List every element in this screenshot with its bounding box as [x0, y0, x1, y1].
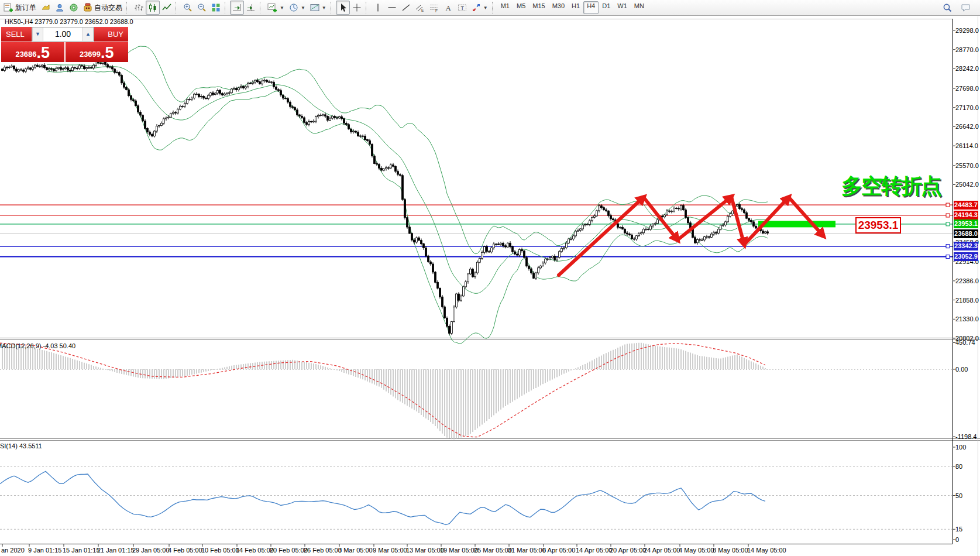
signals-button[interactable]	[67, 1, 81, 15]
line-chart-icon	[162, 3, 171, 12]
bar-chart-icon	[134, 3, 143, 12]
buy-button[interactable]: BUY	[94, 27, 128, 42]
chart-window[interactable]: 29298.028770.028242.027698.027170.026642…	[0, 16, 980, 556]
toolbar-separator	[225, 2, 228, 13]
line-chart-button[interactable]	[160, 1, 174, 15]
trendline-button[interactable]	[399, 1, 413, 15]
market-watch-icon	[55, 3, 64, 12]
templates-button[interactable]: ▼	[308, 1, 329, 15]
templates-icon	[310, 3, 319, 12]
toolbar: 新订单自动交易▼▼▼EFAT▼M1M5M15M30H1H4D1W1MN	[0, 0, 980, 16]
crosshair-button[interactable]	[350, 1, 364, 15]
text-label-icon: T	[458, 3, 467, 12]
timeframe-m1-button[interactable]: M1	[497, 1, 513, 14]
sell-button[interactable]: SELL	[1, 27, 32, 42]
equidistant-channel-button[interactable]: E	[413, 1, 427, 15]
new-chart-icon	[267, 3, 277, 12]
zoom-out-button[interactable]	[195, 1, 209, 15]
trendline-icon	[401, 3, 411, 12]
chart-shift-icon	[246, 3, 256, 12]
candlestick-chart-button[interactable]	[146, 1, 160, 15]
toolbar-separator	[176, 2, 179, 13]
fibonacci-button[interactable]: F	[427, 1, 441, 15]
toolbar-separator	[492, 2, 496, 13]
auto-trading-button[interactable]: 自动交易	[81, 1, 125, 15]
chat-icon	[961, 3, 972, 12]
chat-button[interactable]	[958, 1, 974, 15]
timeframe-m5-button[interactable]: M5	[513, 1, 529, 14]
auto-trading-label: 自动交易	[94, 3, 122, 13]
search-button[interactable]	[940, 1, 955, 15]
cursor-button[interactable]	[336, 1, 350, 15]
text-button[interactable]: A	[441, 1, 455, 15]
cursor-icon	[338, 3, 348, 12]
tile-windows-icon	[211, 3, 221, 12]
chevron-down-icon: ▼	[280, 5, 284, 11]
chevron-down-icon: ▼	[322, 5, 326, 11]
periods-clock-icon	[289, 3, 298, 12]
periods-clock-button[interactable]: ▼	[287, 1, 308, 15]
toolbar-separator	[331, 2, 334, 13]
price-chart[interactable]	[0, 16, 980, 556]
timeframe-d1-button[interactable]: D1	[599, 1, 614, 14]
volume-input[interactable]: 1.00	[43, 28, 82, 41]
equidistant-channel-icon: E	[415, 3, 425, 12]
chevron-down-icon: ▼	[483, 5, 488, 11]
volume-increase-button[interactable]: ▲	[82, 28, 94, 41]
signals-icon	[69, 3, 78, 12]
vertical-line-icon	[373, 3, 383, 12]
svg-text:E: E	[421, 8, 424, 12]
arrows-icon	[472, 3, 481, 12]
search-icon	[943, 3, 953, 13]
terminal-window: 新订单自动交易▼▼▼EFAT▼M1M5M15M30H1H4D1W1MN 2929…	[0, 0, 980, 556]
rsi-indicator-label: RSI(14) 43.5511	[0, 442, 42, 449]
market-watch-button[interactable]	[53, 1, 67, 15]
arrows-button[interactable]: ▼	[469, 1, 490, 15]
macd-indicator-label: MACD(12,26,9) -4.03 50.40	[0, 342, 75, 349]
timeframe-h1-button[interactable]: H1	[568, 1, 583, 14]
new-order-button[interactable]: 新订单	[1, 1, 39, 15]
timeframe-w1-button[interactable]: W1	[614, 1, 631, 14]
new-order-label: 新订单	[15, 3, 36, 13]
sell-price-frac: .5	[37, 45, 50, 61]
volume-decrease-button[interactable]: ▼	[32, 28, 43, 41]
zoom-in-icon	[183, 3, 192, 12]
auto-scroll-button[interactable]	[230, 1, 244, 15]
volume-spinner: ▼ 1.00 ▲	[32, 27, 94, 42]
vertical-line-button[interactable]	[371, 1, 385, 15]
horizontal-line-icon	[387, 3, 397, 12]
crosshair-icon	[352, 3, 362, 12]
buy-price-main: 23699	[80, 48, 101, 61]
svg-text:T: T	[460, 5, 464, 11]
toolbar-separator	[126, 2, 130, 13]
chevron-down-icon: ▼	[301, 5, 305, 11]
buy-price[interactable]: 23699.5	[66, 42, 129, 62]
auto-trading-icon	[83, 3, 92, 12]
timeframe-mn-button[interactable]: MN	[631, 1, 648, 14]
text-icon: A	[443, 3, 453, 12]
horizontal-line-button[interactable]	[385, 1, 399, 15]
chart-ohlc-title: HK50-,H4 23779.0 23779.0 23652.0 23688.0	[5, 18, 133, 25]
buy-price-frac: .5	[101, 45, 114, 61]
zoom-out-icon	[197, 3, 207, 12]
tile-windows-button[interactable]	[209, 1, 223, 15]
zoom-in-button[interactable]	[181, 1, 195, 15]
sell-price[interactable]: 23686.5	[1, 42, 64, 62]
candlestick-chart-icon	[148, 3, 157, 12]
timeframe-h4-button[interactable]: H4	[583, 1, 599, 14]
auto-scroll-icon	[232, 3, 242, 12]
toolbar-separator	[260, 2, 263, 13]
favorites-icon	[41, 3, 50, 12]
timeframe-m15-button[interactable]: M15	[529, 1, 548, 14]
fibonacci-icon: F	[429, 3, 439, 12]
chart-shift-button[interactable]	[244, 1, 258, 15]
annotation-text: 多空转折点	[841, 172, 941, 201]
sell-price-main: 23686	[15, 48, 36, 61]
favorites-button[interactable]	[39, 1, 53, 15]
text-label-button[interactable]: T	[455, 1, 469, 15]
toolbar-separator	[366, 2, 369, 13]
new-chart-button[interactable]: ▼	[265, 1, 287, 15]
one-click-trading-panel: SELL ▼ 1.00 ▲ BUY 23686.5 23699.5	[1, 27, 128, 62]
timeframe-m30-button[interactable]: M30	[549, 1, 568, 14]
bar-chart-button[interactable]	[132, 1, 146, 15]
